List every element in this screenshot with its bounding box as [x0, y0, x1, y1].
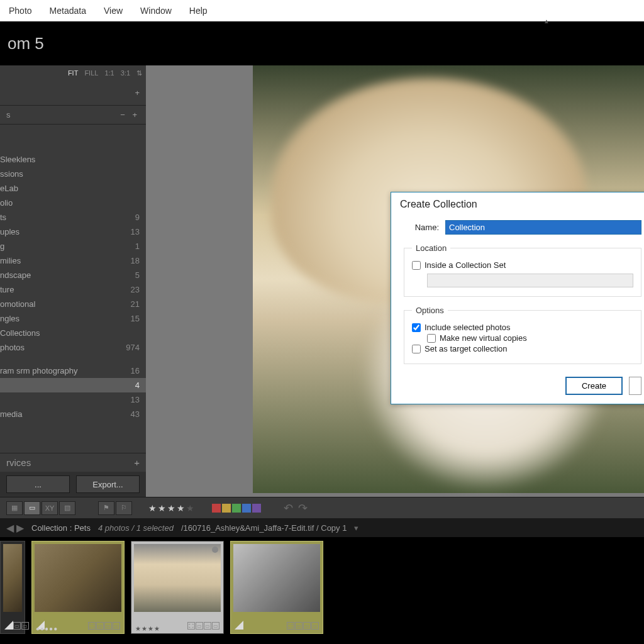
include-label: Include selected photos	[425, 323, 511, 332]
thumbnail[interactable]: ⛶▭▭▭ ★★★★	[131, 541, 224, 634]
list-item[interactable]: eLab	[0, 181, 146, 196]
import-button[interactable]: ...	[6, 475, 70, 493]
rotate-cw-icon[interactable]: ↷	[298, 501, 308, 515]
create-button[interactable]: Create	[565, 377, 623, 395]
zoom-controls: FIT FILL 1:1 3:1 ⇅	[0, 65, 146, 80]
inside-collection-set-checkbox[interactable]	[412, 261, 421, 270]
flag-pick-icon[interactable]: ⚑	[98, 501, 114, 515]
collection-set-combo[interactable]	[427, 274, 633, 287]
flag-group: ⚑ ⚐	[98, 501, 132, 515]
add-icon[interactable]: +	[134, 457, 140, 468]
create-collection-dialog: Create Collection Name: Location Inside …	[391, 192, 644, 404]
virtual-label: Make new virtual copies	[440, 333, 527, 343]
options-legend: Options	[412, 306, 448, 315]
grid-view-icon[interactable]: ▦	[6, 501, 23, 515]
panel-plus-minus-icon[interactable]: − +	[120, 110, 140, 119]
export-button[interactable]: Export...	[76, 475, 140, 493]
list-item[interactable]: ts9	[0, 210, 146, 225]
collections-header[interactable]: s − +	[0, 106, 146, 125]
menu-help[interactable]: Help	[180, 6, 216, 16]
cancel-button[interactable]	[629, 377, 641, 395]
dropdown-icon[interactable]: ▾	[354, 523, 358, 533]
collection-path[interactable]: Collection : Pets	[31, 523, 91, 533]
collections-list: Sleeklens ssions eLab olio ts9 uples13 g…	[0, 150, 146, 453]
thumbnail-image	[3, 544, 22, 612]
dialog-title: Create Collection	[391, 192, 644, 216]
list-item[interactable]: ndscape5	[0, 268, 146, 282]
badge-icon: ▭	[113, 622, 120, 630]
color-red[interactable]	[212, 504, 221, 513]
list-item[interactable]: ram srm photography16	[0, 364, 146, 378]
publish-services-header[interactable]: rvices +	[0, 453, 146, 472]
filmstrip-info-bar: ◀ ▶ Collection : Pets 4 photos / 1 selec…	[0, 518, 644, 537]
color-green[interactable]	[232, 504, 241, 513]
menu-view[interactable]: View	[95, 6, 131, 16]
virtual-copies-checkbox[interactable]	[427, 334, 436, 343]
list-item[interactable]: omotional21	[0, 297, 146, 311]
badge-icon: ⛶	[287, 622, 294, 630]
thumbnail[interactable]: ⛶▭▭▭	[230, 541, 323, 634]
services-label: rvices	[6, 457, 31, 468]
selection-count: 4 photos / 1 selected	[98, 523, 174, 533]
color-labels	[212, 504, 261, 513]
rating-stars[interactable]: ★★★★★	[148, 503, 196, 513]
color-blue[interactable]	[242, 504, 251, 513]
zoom-3-1[interactable]: 3:1	[121, 69, 130, 77]
color-purple[interactable]	[252, 504, 261, 513]
list-item[interactable]: g1	[0, 239, 146, 253]
list-item[interactable]: Sleeklens	[0, 152, 146, 167]
thumbnail-selected[interactable]: ⛶▭▭▭ ●●●●●	[31, 541, 125, 634]
thumb-rating: ●●●●●	[36, 625, 58, 632]
app-title: om 5	[8, 34, 44, 53]
sidebar-buttons: ... Export...	[0, 472, 146, 497]
nav-back-icon[interactable]: ◀	[6, 522, 14, 534]
menu-metadata[interactable]: Metadata	[41, 6, 95, 16]
list-item[interactable]: ngles15	[0, 311, 146, 326]
zoom-stepper-icon[interactable]: ⇅	[136, 69, 142, 77]
zoom-fit[interactable]: FIT	[68, 69, 79, 77]
thumbnail-image	[134, 544, 221, 612]
filmstrip[interactable]: ▭▭ ⛶▭▭▭ ●●●●● ⛶▭▭▭ ★★★★ ⛶▭▭▭	[0, 537, 644, 644]
menu-window[interactable]: Window	[131, 6, 180, 16]
menu-photo[interactable]: Photo	[0, 6, 41, 16]
list-item[interactable]: olio	[0, 196, 146, 210]
list-item-selected[interactable]: 4	[0, 378, 146, 392]
list-item[interactable]: Collections	[0, 326, 146, 340]
inside-set-label: Inside a Collection Set	[425, 260, 506, 270]
nav-forward-icon[interactable]: ▶	[16, 522, 24, 534]
survey-view-icon[interactable]: ▧	[59, 501, 75, 515]
loupe-view-icon[interactable]: ▭	[24, 501, 40, 515]
filename: /160716_Ashley&Ami_Jaffa-7-Edit.tif / Co…	[181, 523, 347, 533]
target-collection-checkbox[interactable]	[412, 345, 421, 353]
panel-gap	[0, 125, 146, 150]
rotate-ccw-icon[interactable]: ↶	[284, 501, 293, 515]
zoom-fill[interactable]: FILL	[84, 69, 98, 77]
zoom-1-1[interactable]: 1:1	[104, 69, 114, 77]
include-selected-checkbox[interactable]	[412, 323, 421, 332]
badge-icon: ▭	[96, 622, 104, 630]
thumb-rating: ★★★★	[135, 625, 160, 632]
list-item[interactable]: uples13	[0, 225, 146, 239]
badge-icon: ▭	[204, 622, 211, 630]
collection-name-input[interactable]	[445, 220, 641, 235]
add-icon[interactable]: +	[135, 88, 140, 97]
list-item[interactable]: ture23	[0, 282, 146, 297]
color-yellow[interactable]	[222, 504, 231, 513]
badge-icon: ▭	[13, 622, 21, 630]
list-item[interactable]: media43	[0, 407, 146, 421]
list-item[interactable]: photos974	[0, 340, 146, 355]
list-item[interactable]: 13	[0, 392, 146, 407]
list-item[interactable]: ssions	[0, 167, 146, 181]
compare-view-icon[interactable]: XY	[42, 501, 58, 515]
sync-badge-icon	[212, 547, 218, 553]
location-legend: Location	[412, 243, 450, 253]
panel-collapse-arrow-icon[interactable]: ▲	[543, 18, 550, 25]
flag-reject-icon[interactable]: ⚐	[116, 501, 132, 515]
list-item[interactable]: milies18	[0, 253, 146, 268]
location-fieldset: Location Inside a Collection Set	[404, 243, 641, 297]
badge-icon: ⛶	[187, 622, 195, 630]
thumbnail-image	[233, 544, 320, 612]
stack-badge-icon	[235, 621, 243, 630]
panel-label: s	[6, 110, 11, 119]
thumbnail[interactable]: ▭▭	[0, 541, 25, 634]
